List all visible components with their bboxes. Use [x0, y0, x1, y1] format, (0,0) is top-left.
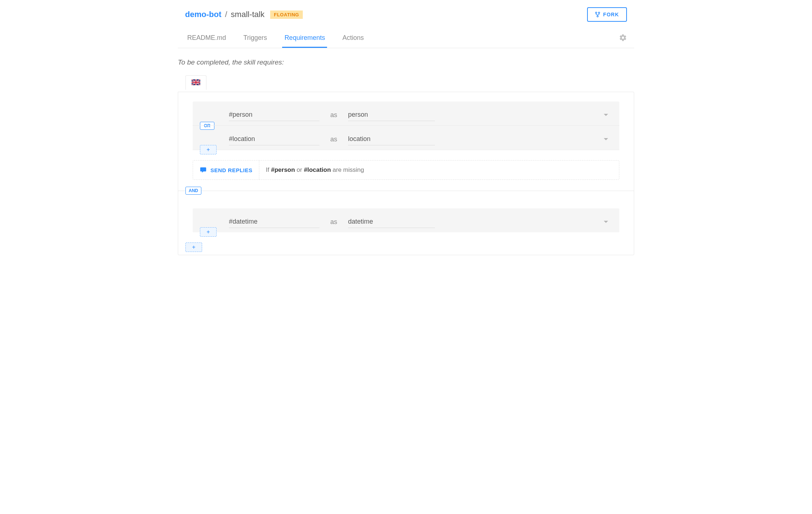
entity-input[interactable] — [229, 216, 319, 228]
requirement-group: as + — [193, 208, 619, 232]
svg-point-1 — [599, 12, 600, 13]
requirement-row: as — [193, 101, 619, 126]
flag-uk-icon — [192, 79, 200, 85]
send-replies-label: SEND REPLIES — [210, 167, 252, 173]
chevron-down-icon[interactable] — [603, 136, 608, 142]
breadcrumb: demo-bot / small-talk FLOATING — [185, 10, 303, 19]
intro-text: To be completed, the skill requires: — [178, 48, 634, 75]
breadcrumb-skill: small-talk — [231, 10, 264, 19]
language-tab-en[interactable] — [185, 75, 206, 90]
requirement-row: as — [193, 126, 619, 150]
entity-input[interactable] — [229, 133, 319, 145]
requirements-panel: OR as as — [178, 92, 634, 255]
alias-input[interactable] — [348, 109, 435, 121]
add-requirement-group-button[interactable]: + — [185, 243, 202, 252]
gear-icon[interactable] — [619, 34, 627, 43]
as-label: as — [330, 136, 337, 143]
send-replies-condition: If #person or #location are missing — [259, 161, 371, 179]
requirement-row: as — [193, 208, 619, 232]
as-label: as — [330, 218, 337, 226]
requirement-group: OR as as — [193, 101, 619, 150]
group-separator: AND — [178, 191, 634, 191]
status-badge: FLOATING — [270, 11, 302, 19]
breadcrumb-bot[interactable]: demo-bot — [185, 10, 221, 19]
tab-requirements[interactable]: Requirements — [282, 29, 327, 48]
breadcrumb-sep: / — [225, 10, 227, 19]
send-replies-row: SEND REPLIES If #person or #location are… — [193, 160, 619, 180]
fork-label: FORK — [603, 12, 619, 17]
fork-button[interactable]: FORK — [587, 7, 627, 22]
svg-point-0 — [596, 12, 597, 13]
add-requirement-row-button[interactable]: + — [200, 227, 217, 237]
tab-actions[interactable]: Actions — [340, 29, 366, 48]
chevron-down-icon[interactable] — [603, 219, 608, 225]
logic-and-pill[interactable]: AND — [185, 187, 201, 195]
tab-triggers[interactable]: Triggers — [241, 29, 269, 48]
tab-readme[interactable]: README.md — [185, 29, 228, 48]
as-label: as — [330, 111, 337, 119]
add-requirement-row-button[interactable]: + — [200, 145, 217, 154]
tabs: README.md Triggers Requirements Actions — [185, 29, 366, 48]
alias-input[interactable] — [348, 216, 435, 228]
fork-icon — [595, 12, 600, 17]
chevron-down-icon[interactable] — [603, 112, 608, 118]
svg-point-2 — [597, 16, 599, 17]
send-replies-button[interactable]: SEND REPLIES — [193, 161, 259, 179]
chat-icon — [200, 167, 207, 173]
alias-input[interactable] — [348, 133, 435, 145]
entity-input[interactable] — [229, 109, 319, 121]
